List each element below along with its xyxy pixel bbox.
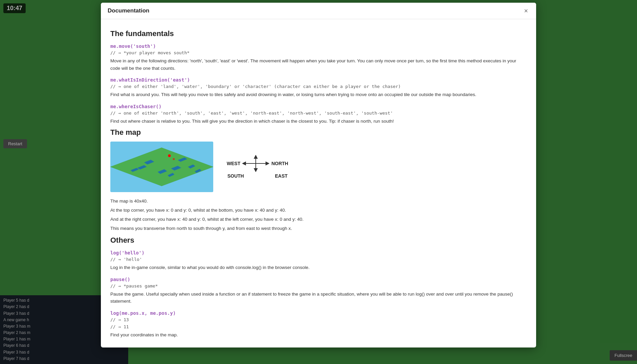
documentation-modal: Documentation × The fundamentals me.move… [101,3,536,347]
method-pause-comment: // → *pauses game* [110,283,527,289]
method-chaser-comment: // → one of either 'north', 'south', 'ea… [110,111,527,116]
method-move-comment: // → *your player moves south* [110,50,527,55]
method-direction: me.whatIsInDirection('east') [110,77,527,83]
method-direction-comment: // → one of either 'land', 'water', 'bou… [110,84,527,89]
modal-body[interactable]: The fundamentals me.move('south') // → *… [101,19,536,347]
method-chaser-desc: Find out where chaser is relative to you… [110,118,527,125]
fundamentals-heading: The fundamentals [110,29,527,38]
method-log: log('hello') [110,250,527,255]
west-label: WEST [227,161,240,166]
east-label: EAST [275,173,287,179]
method-log-desc: Log in the in-game console, similar to w… [110,264,527,271]
method-pos: log(me.pos.x, me.pos.y) [110,310,527,316]
method-direction-desc: Find what is around you. This will help … [110,91,527,98]
dir-row-bottom: SOUTH EAST [227,173,287,179]
modal-title: Documentation [108,7,149,14]
modal-header: Documentation × [101,3,536,19]
svg-point-13 [173,158,175,160]
modal-overlay: Documentation × The fundamentals me.move… [0,0,637,364]
others-section: Others log('hello') // → 'hello' Log in … [110,236,527,338]
method-pos-comment-1: // → 13 [110,317,527,322]
north-label: NORTH [271,161,288,166]
map-desc-3: And at the right corner, you have x: 40 … [110,216,527,223]
method-chaser: me.whereIsChaser() [110,104,527,109]
method-pos-desc: Find your coordinates in the map. [110,331,527,339]
south-label: SOUTH [227,173,244,179]
direction-diagram: WEST [227,155,288,179]
method-pos-comment-2: // → 11 [110,324,527,329]
svg-point-12 [168,154,171,157]
method-pause-desc: Pause the game. Useful specially when us… [110,291,527,305]
map-visual-section: WEST [110,142,527,192]
map-desc-4: This means you transverse from north to … [110,225,527,233]
map-desc-1: The map is 40x40. [110,198,527,205]
map-image [110,142,213,192]
map-desc-2: At the top corner, you have x: 0 and y: … [110,207,527,214]
dir-row-top: WEST [227,155,288,172]
method-move-desc: Move in any of the following directions:… [110,57,527,72]
modal-close-button[interactable]: × [523,7,529,14]
method-pause: pause() [110,277,527,282]
method-log-comment: // → 'hello' [110,257,527,262]
method-move: me.move('south') [110,43,527,49]
others-heading: Others [110,236,527,245]
map-heading: The map [110,128,527,137]
